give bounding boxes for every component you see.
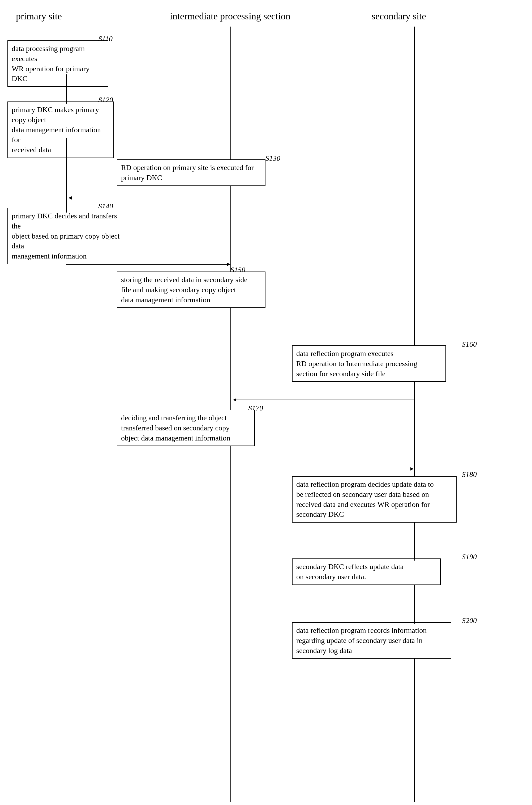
connector-s180-s190	[413, 553, 416, 561]
text-s170: deciding and transferring the objecttran…	[121, 414, 230, 442]
svg-marker-3	[227, 263, 230, 266]
arrow-s160-to-s170	[230, 396, 414, 404]
box-s120: primary DKC makes primary copy objectdat…	[7, 102, 114, 158]
label-s160: S160	[462, 340, 477, 349]
label-s200: S200	[462, 616, 477, 625]
box-s190: secondary DKC reflects update dataon sec…	[292, 559, 441, 585]
arrow-s170-to-s180	[230, 465, 414, 473]
box-s130: RD operation on primary site is executed…	[117, 160, 265, 186]
label-s180: S180	[462, 470, 477, 479]
box-s180: data reflection program decides update d…	[292, 476, 457, 523]
header-primary: primary site	[16, 11, 62, 22]
connector-s170-down	[230, 462, 232, 468]
text-s120: primary DKC makes primary copy objectdat…	[12, 106, 101, 154]
connector-s150-down	[230, 319, 232, 348]
header-intermediate: intermediate processing section	[170, 11, 290, 22]
connector-s110-s120	[65, 74, 68, 104]
svg-marker-7	[411, 467, 414, 471]
box-s150: storing the received data in secondary s…	[117, 272, 265, 308]
label-s130: S130	[265, 154, 280, 163]
header-secondary: secondary site	[372, 11, 426, 22]
text-s200: data reflection program records informat…	[296, 626, 426, 655]
text-s180: data reflection program decides update d…	[296, 480, 434, 518]
connector-s190-s200	[413, 608, 416, 624]
box-s140: primary DKC decides and transfers theobj…	[7, 208, 124, 264]
text-s190: secondary DKC reflects update dataon sec…	[296, 563, 403, 581]
label-s190: S190	[462, 553, 477, 561]
text-s110: data processing program executesWR opera…	[12, 44, 90, 83]
svg-marker-5	[233, 398, 236, 401]
box-s200: data reflection program records informat…	[292, 622, 451, 659]
svg-marker-1	[69, 196, 72, 200]
text-s130: RD operation on primary site is executed…	[121, 163, 254, 182]
lane-line-secondary	[414, 26, 415, 802]
arrow-s140-to-s150	[66, 260, 230, 268]
text-s160: data reflection program executesRD opera…	[296, 349, 417, 378]
text-s150: storing the received data in secondary s…	[121, 275, 247, 304]
diagram-container: primary site intermediate processing sec…	[0, 0, 532, 805]
text-s140: primary DKC decides and transfers theobj…	[12, 212, 120, 260]
connector-s130-down	[230, 191, 232, 263]
arrow-s130-to-s140	[66, 194, 230, 202]
box-s110: data processing program executesWR opera…	[7, 40, 108, 87]
box-s170: deciding and transferring the objecttran…	[117, 410, 255, 446]
box-s160: data reflection program executesRD opera…	[292, 345, 446, 382]
connector-s120-s140	[65, 138, 68, 213]
